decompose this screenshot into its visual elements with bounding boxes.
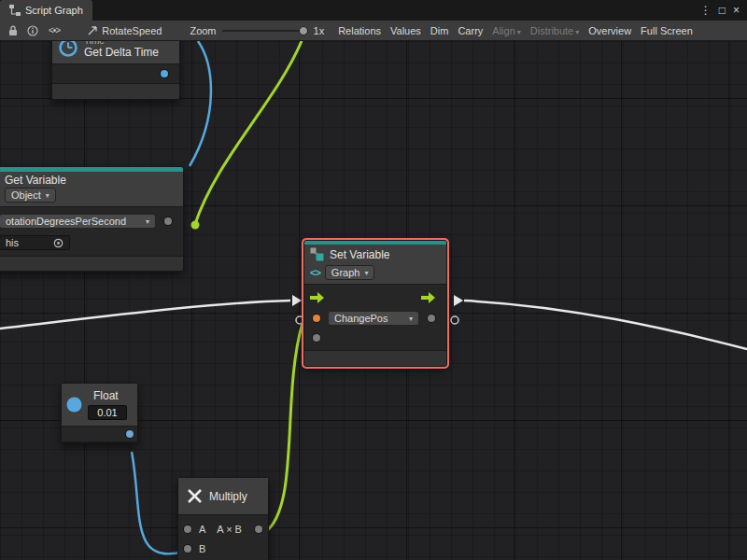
float-icon — [66, 397, 82, 413]
node-title: Set Variable — [330, 248, 389, 261]
wire-blue-bottom — [132, 452, 184, 553]
graph-name: RotateSpeed — [102, 25, 162, 36]
node-footer — [52, 84, 179, 99]
value-port-ring-right — [451, 316, 458, 324]
tab-bar: Script Graph ⋮ □ × — [0, 0, 747, 21]
variable-name-dropdown[interactable]: otationDegreesPerSecond ▾ — [0, 214, 156, 229]
node-float[interactable]: Float 0.01 — [61, 383, 138, 443]
overview-button[interactable]: Overview — [584, 23, 636, 38]
unity-window: Script Graph ⋮ □ × <•> Ro — [0, 0, 747, 560]
multiply-input-a-port[interactable] — [184, 525, 191, 533]
relations-button[interactable]: Relations — [333, 23, 386, 38]
close-icon[interactable]: × — [733, 4, 740, 17]
node-title: Float — [93, 389, 127, 402]
values-button[interactable]: Values — [386, 23, 426, 38]
multiply-result-label: A × B — [217, 524, 242, 535]
variable-scope-dropdown[interactable]: Object ▾ — [5, 188, 56, 203]
set-variable-icon — [310, 247, 324, 261]
kebab-menu-icon[interactable]: ⋮ — [700, 4, 712, 17]
node-get-variable[interactable]: Get Variable Object ▾ otationDegreesPerS… — [0, 166, 184, 272]
maximize-icon[interactable]: □ — [719, 4, 726, 17]
wire-flow-right — [464, 301, 747, 349]
node-footer — [304, 351, 446, 366]
zoom-label: Zoom — [190, 25, 216, 36]
multiply-icon — [186, 487, 204, 505]
zoom-group: Zoom 1x — [190, 24, 324, 37]
variable-name-dropdown[interactable]: ChangePos ▾ — [328, 311, 419, 326]
node-title: Multiply — [209, 490, 247, 503]
flow-arrow-in — [292, 295, 302, 306]
wire-green-bottom — [264, 323, 303, 533]
caret-down-icon: ▾ — [575, 28, 579, 36]
toolbar-buttons: Relations Values Dim Carry Align▾ Distri… — [333, 23, 698, 38]
tab-title: Script Graph — [25, 5, 83, 16]
flow-output-arrow[interactable] — [421, 292, 435, 303]
float-value-field[interactable]: 0.01 — [88, 405, 127, 420]
variable-scope-dropdown[interactable]: Graph ▾ — [325, 265, 375, 280]
node-multiply[interactable]: Multiply A A × B B — [177, 477, 269, 560]
delta-time-output-port[interactable] — [161, 70, 168, 77]
zoom-value: 1x — [314, 25, 325, 36]
node-get-delta-time[interactable]: Time Get Delta Time — [51, 41, 180, 100]
caret-down-icon: ▾ — [146, 217, 149, 226]
flow-arrow-out — [454, 295, 463, 306]
graph-toolbar: <•> RotateSpeed Zoom 1x Relations Values… — [0, 21, 747, 41]
output-value-port[interactable] — [313, 334, 320, 342]
node-title: Get Variable — [5, 174, 66, 187]
value-port-ring-left — [296, 316, 303, 324]
multiply-input-b-label: B — [199, 543, 205, 554]
lock-icon[interactable] — [8, 25, 18, 36]
dim-button[interactable]: Dim — [426, 23, 454, 38]
info-icon[interactable] — [27, 25, 38, 36]
multiply-input-b-port[interactable] — [184, 545, 191, 553]
caret-down-icon: ▾ — [46, 191, 49, 200]
tab-script-graph[interactable]: Script Graph — [0, 0, 92, 21]
wire-blue-top — [190, 41, 211, 166]
script-graph-icon — [9, 5, 21, 16]
graph-breadcrumb[interactable]: RotateSpeed — [88, 25, 162, 36]
zoom-slider[interactable] — [222, 24, 308, 37]
object-picker-icon[interactable] — [53, 238, 63, 248]
zoom-slider-knob[interactable] — [299, 26, 308, 35]
carry-button[interactable]: Carry — [453, 23, 487, 38]
multiply-result-port[interactable] — [255, 525, 262, 533]
float-output-port[interactable] — [126, 430, 134, 438]
graph-scope-icon: <> — [310, 267, 320, 278]
variable-name-input-port[interactable] — [313, 315, 320, 322]
flow-input-arrow[interactable] — [310, 292, 324, 303]
clock-icon — [58, 41, 78, 58]
edit-graph-icon[interactable]: <•> — [49, 25, 60, 35]
variable-target-field[interactable]: his — [0, 235, 70, 250]
distribute-button: Distribute▾ — [526, 23, 584, 38]
graph-pointer-icon — [88, 25, 98, 35]
fullscreen-button[interactable]: Full Screen — [636, 23, 698, 38]
node-set-variable[interactable]: Set Variable <> Graph ▾ — [303, 240, 447, 367]
caret-down-icon: ▾ — [517, 28, 521, 36]
node-footer — [0, 257, 183, 271]
multiply-input-a-label: A — [199, 524, 205, 535]
caret-down-icon: ▾ — [409, 315, 413, 323]
align-button: Align▾ — [487, 23, 525, 38]
graph-canvas[interactable]: Time Get Delta Time Get Variable Object … — [0, 41, 747, 560]
green-wire-endpoint — [191, 221, 200, 230]
tabbar-controls: ⋮ □ × — [700, 0, 747, 21]
caret-down-icon: ▾ — [364, 269, 368, 277]
zoom-slider-track — [222, 30, 308, 32]
node-title: Get Delta Time — [84, 46, 159, 59]
wire-green-top — [195, 41, 302, 224]
value-input-port[interactable] — [428, 315, 435, 322]
wire-flow-left — [0, 301, 290, 329]
variable-name-port[interactable] — [164, 217, 172, 225]
